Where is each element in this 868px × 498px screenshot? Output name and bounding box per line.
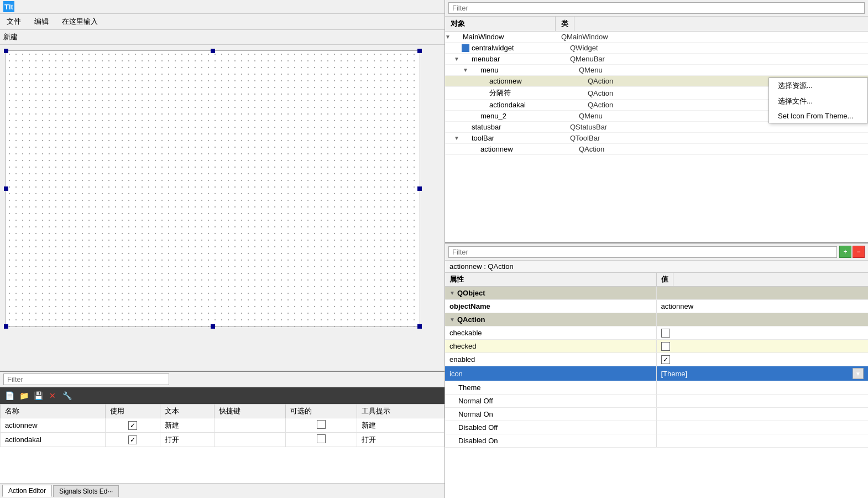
handle-bm[interactable] — [211, 324, 215, 329]
prop-row-value — [657, 340, 869, 352]
action-name-cell: actionnew — [1, 418, 106, 433]
prop-row[interactable]: checked — [445, 340, 868, 353]
action-table: 名称 使用 文本 快捷键 可选的 工具提示 actionnew 新建 — [0, 404, 445, 483]
action-table-row[interactable]: actiondakai 打开 打开 — [1, 433, 445, 447]
prop-row-name: checked — [445, 340, 657, 352]
action-editor-filter-bar — [0, 372, 445, 387]
col-name: 名称 — [1, 404, 106, 418]
prop-checkbox[interactable] — [661, 329, 670, 338]
tree-item-name: MainWindow — [462, 33, 561, 41]
designer-canvas[interactable] — [6, 50, 420, 327]
menu-input[interactable]: 在这里输入 — [60, 15, 100, 28]
prop-name-label: icon — [449, 370, 463, 378]
action-wrench-btn[interactable]: 🔧 — [61, 390, 73, 402]
action-delete-btn[interactable]: ✕ — [46, 390, 59, 402]
title-text: TIt — [4, 3, 13, 11]
prop-dropdown-btn[interactable]: ▼ — [853, 368, 864, 379]
handle-tm[interactable] — [211, 49, 215, 53]
handle-bl[interactable] — [4, 324, 8, 329]
prop-add-btn[interactable]: + — [839, 246, 851, 258]
tree-item[interactable]: centralwidgetQWidget — [445, 43, 868, 54]
action-use-checkbox[interactable] — [128, 435, 137, 444]
handle-ml[interactable] — [4, 186, 8, 191]
action-checkable-checkbox[interactable] — [317, 434, 326, 443]
tree-item-name: menubar — [470, 55, 570, 63]
prop-row-name: Disabled Off — [445, 421, 657, 434]
tree-arrow: ▼ — [445, 34, 453, 40]
object-filter-input[interactable] — [448, 2, 865, 14]
tree-item-class: QAction — [579, 145, 604, 153]
prop-name-label: checked — [449, 342, 476, 350]
menu-edit[interactable]: 编辑 — [32, 15, 51, 28]
tab-action-editor[interactable]: Action Editor — [2, 485, 52, 497]
action-save-btn[interactable]: 💾 — [32, 390, 44, 402]
title-icon: TIt — [3, 1, 14, 12]
handle-tr[interactable] — [417, 49, 422, 53]
tree-item-name: actionnew — [488, 77, 588, 85]
object-filter-bar — [445, 0, 868, 17]
inspector-header: 对象 类 — [445, 17, 868, 32]
tree-item[interactable]: actionnewQAction — [445, 144, 868, 155]
tree-item-class: QMenu — [579, 66, 603, 74]
prop-row[interactable]: Theme — [445, 381, 868, 395]
tree-item-name: menu — [479, 66, 579, 74]
prop-remove-btn[interactable]: − — [853, 246, 865, 258]
prop-table: 选择资源...选择文件...Set Icon From Theme... ▼ Q… — [445, 287, 868, 498]
prop-name-label: Disabled On — [458, 437, 498, 445]
prop-row-value — [657, 353, 869, 366]
prop-row-name: Normal Off — [445, 395, 657, 407]
action-shortcut-cell — [215, 418, 286, 433]
prop-row-name: icon — [445, 366, 657, 381]
prop-row[interactable]: Disabled On — [445, 434, 868, 448]
prop-checkbox[interactable] — [661, 342, 670, 351]
menu-file[interactable]: 文件 — [4, 15, 23, 28]
tree-item[interactable]: statusbarQStatusBar — [445, 122, 868, 133]
prop-checkbox[interactable] — [661, 355, 670, 364]
prop-group-value — [657, 313, 869, 326]
tree-item[interactable]: ▼menubarQMenuBar — [445, 54, 868, 65]
prop-header: 属性 值 — [445, 273, 868, 287]
handle-mr[interactable] — [417, 186, 422, 191]
prop-row-value — [657, 326, 869, 339]
action-name-cell: actiondakai — [1, 433, 106, 447]
toolbar-new-label: 新建 — [3, 32, 18, 42]
prop-row[interactable]: checkable — [445, 326, 868, 340]
col-shortcut: 快捷键 — [215, 404, 286, 418]
tree-item-class: QToolBar — [570, 134, 600, 142]
tab-signals-slots[interactable]: Signals Slots Ed··· — [53, 485, 119, 497]
prop-row-value — [657, 421, 869, 434]
prop-row-value — [657, 381, 869, 394]
prop-row[interactable]: Normal Off — [445, 395, 868, 408]
tree-item-name: centralwidget — [470, 44, 570, 52]
action-use-checkbox[interactable] — [128, 421, 137, 430]
prop-row[interactable]: objectNameactionnew — [445, 300, 868, 313]
action-checkable-checkbox[interactable] — [317, 420, 326, 429]
prop-group-header[interactable]: ▼ QAction — [445, 313, 868, 326]
action-new-doc-btn[interactable]: 📄 — [3, 390, 15, 402]
prop-filter-buttons: + − — [839, 246, 865, 258]
handle-br[interactable] — [417, 324, 422, 329]
action-table-row[interactable]: actionnew 新建 新建 — [1, 418, 445, 433]
action-filter-input[interactable] — [3, 374, 169, 385]
tree-item[interactable]: ▼menuQMenu — [445, 65, 868, 76]
prop-row[interactable]: Disabled Off — [445, 421, 868, 434]
prop-filter-input[interactable] — [448, 246, 837, 258]
tree-item-class: QAction — [588, 77, 613, 85]
prop-row-value: [Theme]▼ — [657, 366, 869, 381]
tree-item[interactable]: ▼MainWindowQMainWindow — [445, 32, 868, 43]
tree-item-class: QAction — [588, 89, 613, 97]
action-shortcut-cell — [215, 433, 286, 447]
action-folder-btn[interactable]: 📁 — [18, 390, 30, 402]
designer-menubar: 文件 编辑 在这里输入 — [0, 14, 445, 30]
prop-row[interactable]: enabled — [445, 353, 868, 366]
bottom-tabs: Action Editor Signals Slots Ed··· — [0, 483, 445, 498]
prop-row[interactable]: Normal On — [445, 408, 868, 421]
prop-group-value — [657, 287, 869, 299]
prop-row[interactable]: icon[Theme]▼ — [445, 366, 868, 381]
prop-group-name: ▼ QObject — [445, 287, 657, 299]
action-tooltip-cell: 新建 — [357, 418, 444, 433]
handle-tl[interactable] — [4, 49, 8, 53]
prop-row-name: checkable — [445, 326, 657, 339]
prop-group-header[interactable]: ▼ QObject — [445, 287, 868, 300]
tree-item[interactable]: ▼toolBarQToolBar — [445, 133, 868, 144]
